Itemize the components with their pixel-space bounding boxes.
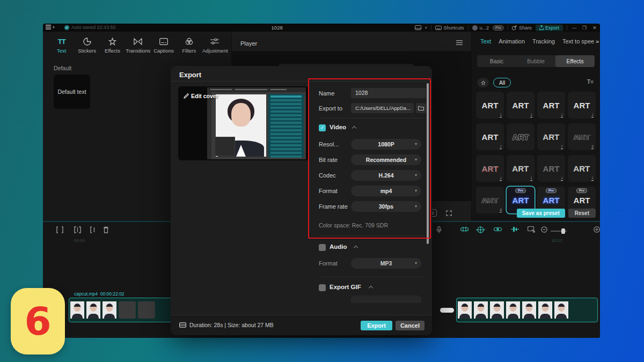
tab-filters[interactable]: Filters	[177, 35, 201, 57]
dialog-scrollbar[interactable]	[427, 83, 429, 244]
minimize-button[interactable]: —	[571, 25, 577, 31]
audio-format-dropdown[interactable]: MP3▾	[351, 258, 421, 269]
share-button[interactable]: Share	[512, 25, 532, 31]
art-effect-tile[interactable]: ART↓	[476, 123, 504, 150]
art-effect-tile[interactable]: ART↓	[507, 92, 535, 119]
tab-transitions[interactable]: Transitions	[126, 35, 150, 57]
tab-stickers[interactable]: Stickers	[75, 35, 99, 57]
edit-cover-button[interactable]: Edit cover	[184, 93, 218, 99]
art-effect-tile[interactable]: ART↓	[507, 155, 535, 182]
download-icon: ↓	[530, 176, 532, 181]
tab-tracking[interactable]: Tracking	[532, 38, 555, 45]
favorites-button[interactable]	[477, 78, 489, 87]
audio-checkbox[interactable]	[319, 244, 326, 251]
shortcuts-button[interactable]: Shortcuts	[435, 25, 464, 31]
art-effect-tile[interactable]: ART↓	[568, 92, 596, 119]
reset-button[interactable]: Reset	[568, 209, 596, 218]
art-effect-label: ART	[513, 101, 529, 110]
art-effect-tile[interactable]: ART↓	[537, 92, 565, 119]
share-icon	[512, 25, 517, 30]
transitions-icon	[126, 36, 150, 46]
fullscreen-icon[interactable]	[446, 210, 452, 216]
right-panel-tabs: Text Animation Tracking Text to speech	[472, 32, 594, 45]
download-icon: ↓	[591, 144, 594, 149]
export-gif-checkbox[interactable]	[319, 284, 326, 291]
subtab-bubble[interactable]: Bubble	[516, 55, 555, 67]
name-input[interactable]: 1028	[351, 88, 426, 98]
tab-text-to-speech[interactable]: Text to speech	[562, 38, 594, 45]
tabs-overflow-chevron[interactable]: »	[595, 38, 599, 45]
bitrate-label: Bit rate	[319, 157, 338, 163]
zoom-in-icon[interactable]	[594, 226, 600, 233]
split-icon[interactable]	[56, 226, 63, 233]
default-text-tile[interactable]: Default text	[54, 75, 90, 109]
download-icon: ↓	[591, 176, 594, 181]
layout-icon[interactable]	[415, 25, 421, 30]
zoom-out-icon[interactable]	[541, 226, 547, 233]
format-dropdown[interactable]: mp4▾	[351, 186, 421, 196]
art-effect-tile[interactable]: ART↓	[476, 187, 504, 213]
pro-badge: Pro	[576, 188, 587, 193]
download-icon: ↓	[500, 176, 502, 181]
codec-dropdown[interactable]: H.264▾	[351, 170, 421, 181]
text-clip-pill[interactable]	[440, 308, 454, 313]
tab-effects[interactable]: Effects	[100, 35, 125, 57]
tab-animation[interactable]: Animation	[499, 38, 525, 45]
export-button-top[interactable]: Export	[536, 25, 563, 31]
chevron-down-icon[interactable]: ▾	[53, 25, 55, 29]
trim-left-icon[interactable]	[74, 226, 81, 233]
art-effect-tile[interactable]: ART↓	[537, 123, 565, 150]
video-section-label: Video	[330, 124, 346, 130]
collapse-caret-icon[interactable]	[369, 286, 373, 290]
collapse-caret-icon[interactable]	[354, 246, 358, 250]
resolution-dropdown[interactable]: 1080P▾	[351, 139, 421, 150]
video-clip-left[interactable]	[69, 298, 173, 322]
user-account-button[interactable]: u...2	[472, 25, 489, 31]
app-menu-icon[interactable]	[46, 25, 51, 29]
keyframe-tool-icon[interactable]	[476, 226, 485, 233]
bitrate-dropdown[interactable]: Recommended▾	[351, 154, 421, 165]
framerate-dropdown[interactable]: 30fps▾	[351, 201, 421, 212]
adjustment-icon	[202, 36, 227, 46]
art-effect-tile[interactable]: ART	[507, 123, 535, 150]
divider	[468, 25, 469, 30]
art-effect-tile[interactable]: ART↓	[476, 155, 504, 182]
subtab-basic[interactable]: Basic	[477, 55, 516, 67]
zoom-slider-handle[interactable]	[561, 228, 565, 234]
tab-text[interactable]: TT Text	[49, 35, 74, 57]
step-number: 6	[24, 299, 51, 344]
tab-adjustment[interactable]: Adjustment	[202, 35, 227, 57]
art-effect-tile[interactable]: ART↓	[568, 155, 596, 182]
art-effect-label: ART	[574, 164, 590, 173]
cancel-button[interactable]: Cancel	[396, 321, 425, 330]
export-confirm-button[interactable]: Export	[361, 321, 392, 330]
chevron-down-icon[interactable]: ▾	[425, 26, 427, 30]
player-menu-icon[interactable]	[456, 40, 463, 45]
subtab-effects[interactable]: Effects	[555, 55, 595, 67]
collapse-caret-icon[interactable]	[352, 126, 356, 130]
text-filter-icon[interactable]: T≡	[587, 79, 594, 85]
preview-axis-icon[interactable]	[528, 226, 535, 233]
mixer-tool-icon[interactable]	[511, 226, 519, 232]
browse-folder-button[interactable]	[416, 103, 426, 113]
close-button[interactable]: ✕	[591, 25, 598, 31]
art-effect-label: ART	[543, 132, 560, 142]
delete-icon[interactable]	[103, 226, 109, 233]
art-effect-tile[interactable]: ART↓	[476, 92, 504, 119]
video-checkbox[interactable]: ✓	[319, 124, 326, 131]
video-clip-right[interactable]	[456, 298, 598, 322]
filter-all-button[interactable]: All	[493, 78, 511, 87]
record-voiceover-icon[interactable]	[436, 226, 442, 233]
audio-tool-icon[interactable]	[460, 226, 469, 232]
art-effect-label: ART	[482, 164, 499, 173]
tab-text-props[interactable]: Text	[480, 38, 491, 45]
art-effect-tile[interactable]: ART↓	[568, 123, 596, 150]
art-effect-label: ART	[574, 132, 590, 142]
export-path-input[interactable]: C:/Users/DELL/AppDa...	[351, 103, 414, 113]
mask-tool-icon[interactable]	[494, 226, 502, 232]
tab-captions[interactable]: Captions	[151, 35, 175, 57]
art-effect-tile[interactable]: ART↓	[537, 155, 565, 182]
save-as-preset-button[interactable]: Save as preset	[517, 209, 565, 218]
trim-right-icon[interactable]	[90, 226, 96, 233]
maximize-button[interactable]: ❐	[581, 25, 588, 31]
